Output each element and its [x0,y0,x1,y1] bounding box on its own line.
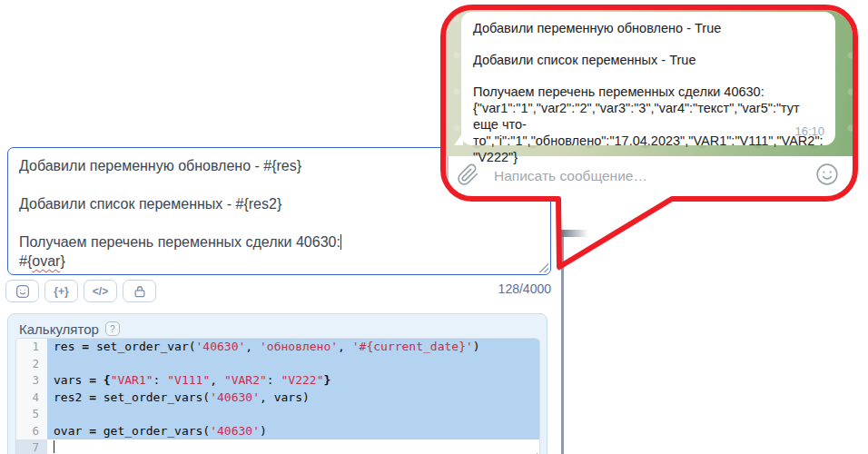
composer-toolbar: {+} </> [5,280,156,302]
code-token: "V222" [281,373,324,387]
code-content: vars = {"VAR1": "V111", "VAR2": "V222"} [47,372,539,390]
code-line: 6ovar = get_order_vars('40630') [16,423,539,440]
code-token: '40630' [196,340,246,353]
line-number: 3 [16,372,47,390]
code-token: set_order_vars( [96,390,210,404]
code-content [47,439,539,454]
code-token: "V111" [167,373,210,387]
pane-divider[interactable] [561,230,564,454]
paperclip-icon[interactable] [457,163,479,190]
chat-background: Добавили переменную обновлено - True Доб… [446,10,853,156]
code-token: "VAR2" [224,373,267,387]
code-line: 4res2 = set_order_vars('40630', vars) [16,390,539,407]
code-content: res = set_order_var('40630', 'обновлено'… [47,339,539,356]
line-number: 7 [16,439,47,454]
code-content [47,406,539,423]
code-content: res2 = set_order_vars('40630', vars) [47,390,539,407]
code-token: , [245,340,260,353]
variables-json: {"var1":"1","var2":"2","var3":"3","var4"… [473,101,824,164]
code-token: vars [54,373,89,387]
line-number: 2 [16,356,47,373]
char-counter: 128/4000 [498,281,551,296]
telegram-screenshot: Добавили переменную обновлено - True Доб… [446,10,853,196]
calculator-header: Калькулятор ? [8,314,547,338]
code-token: = [89,424,96,438]
code-token: res [54,340,82,353]
calculator-panel: Калькулятор ? 1res = set_order_var('4063… [7,313,547,454]
code-token: get_order_vars( [96,424,210,438]
calculator-label: Калькулятор [19,321,99,337]
editor-cursor [54,440,54,453]
chat-input-placeholder: Написать сообщение… [494,168,647,184]
line-number: 6 [16,423,47,440]
insert-code-button[interactable]: </> [84,280,117,302]
code-token: } [323,373,330,387]
message-timestamp: 16:10 [794,123,824,140]
template-paragraph: Получаем перечень переменных сделки 4063… [19,232,539,271]
line-number: 1 [16,339,47,356]
code-token: ) [260,424,267,438]
lock-button[interactable] [123,280,156,302]
code-token: = [89,390,96,404]
lock-icon [132,283,148,300]
code-token: '#{current_date}' [352,340,473,353]
code-token: '40630' [210,390,260,404]
emoji-button[interactable] [5,280,39,302]
code-token: = [89,373,96,387]
code-token: { [104,373,111,387]
code-token: , [338,340,352,353]
text-cursor [340,234,341,250]
code-editor[interactable]: 1res = set_order_var('40630', 'обновлено… [15,338,540,454]
code-line: 3vars = {"VAR1": "V111", "VAR2": "V222"} [16,372,539,390]
code-line: 5 [16,406,539,423]
code-token: "VAR1" [111,373,153,387]
chat-message-line: Добавили список переменных - True [473,52,824,68]
pane-divider-handle[interactable] [561,230,588,237]
misspelled-word: ovar [32,253,60,269]
code-token: res2 [54,390,89,404]
code-token: : [267,373,281,387]
code-line: 7 [16,439,539,454]
code-token: , vars) [260,390,310,404]
code-token: '40630' [210,424,260,438]
chat-message-line: Получаем перечень переменных сделки 4063… [473,84,824,165]
code-icon: </> [93,285,108,298]
code-content [47,356,539,373]
line-number: 5 [16,406,47,423]
smiley-icon[interactable] [815,163,839,190]
help-icon[interactable]: ? [105,321,120,336]
line-number: 4 [16,390,47,407]
code-line: 1res = set_order_var('40630', 'обновлено… [16,339,539,356]
textarea-resize-handle[interactable] [538,262,548,272]
code-line: 2 [16,356,539,373]
braces-plus-icon: {+} [54,285,68,298]
emoji-icon [15,283,31,300]
code-token: , [210,373,224,387]
chat-message-line: Добавили переменную обновлено - True [473,20,824,36]
code-token: ovar [54,424,89,438]
code-token: ) [473,340,480,353]
code-token: : [153,373,168,387]
code-token [96,373,104,387]
template-paragraph: Добавили список переменных - #{res2} [19,194,539,213]
code-token: = [82,340,89,353]
chat-message-bubble: Добавили переменную обновлено - True Доб… [461,12,835,145]
code-token: set_order_var( [89,340,195,353]
code-content: ovar = get_order_vars('40630') [47,423,539,440]
insert-variable-button[interactable]: {+} [44,280,78,302]
code-token: 'обновлено' [260,340,338,353]
